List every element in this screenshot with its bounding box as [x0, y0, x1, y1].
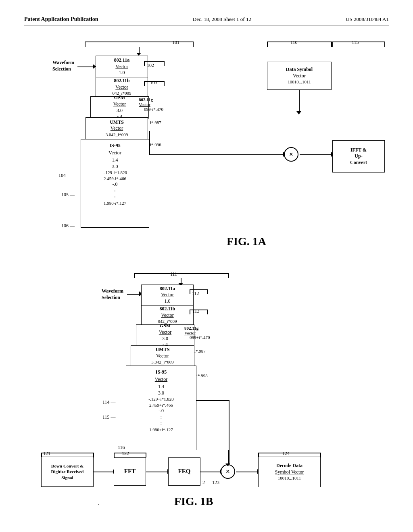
ref-116: 116 —: [118, 445, 131, 451]
val-i987-1b: i*.987: [194, 349, 206, 353]
ref-103: 103: [150, 80, 157, 86]
ref-104-label: 104 —: [58, 172, 72, 179]
header-publication: Patent Application Publication: [24, 16, 98, 23]
ref-121: 121: [43, 451, 50, 457]
figure-1a: 101 WaveformSelection 802.11a Vector 1.0…: [25, 37, 388, 259]
box-802-11a-1a: 802.11a Vector 1.0: [96, 56, 148, 78]
box-is95-1b: IS-95 Vector 1.4 3.0 -.129+i*1.820 2.459…: [126, 366, 196, 450]
ref-115: 115: [352, 39, 359, 46]
ref-113: 113: [192, 308, 200, 314]
dot-decoration: ·: [98, 501, 99, 508]
label-802-11g-b: 802.11g: [184, 326, 198, 330]
ref-111: 111: [170, 271, 177, 277]
box-umts-1a: UMTS Vector 3.042_i*009: [86, 117, 148, 139]
ref-110: 110: [290, 39, 298, 46]
ref-105-label: 105 —: [61, 192, 75, 198]
box-fft: FFT: [114, 457, 146, 486]
waveform-selection-1b: WaveformSelection: [102, 288, 123, 301]
header-patent-number: US 2008/310484 A1: [346, 16, 389, 23]
figure-1b: 111 WaveformSelection 802.11a Vector 1.0…: [25, 271, 388, 481]
label-802-11g-vec: Vector: [139, 102, 150, 107]
box-ifft-1a: IFFT & Up- Convert: [332, 140, 385, 172]
ref-122: 122: [122, 451, 129, 457]
box-802-11b-1a: 802.11b Vector 042_i*009: [96, 77, 148, 97]
page-header: Patent Application Publication Dec. 18, …: [24, 16, 389, 25]
box-802-11a-1b: 802.11a Vector 1.0: [141, 285, 194, 305]
fig-1a-label: FIG. 1A: [227, 235, 266, 248]
ref-115b: 115 —: [102, 414, 116, 420]
box-umts-1b: UMTS Vector 3.042_i*009: [131, 345, 194, 366]
val-umts-099: 099-i*.470: [144, 107, 163, 112]
val-umts-099-b: 099+i*.470: [190, 335, 210, 340]
ref-106-label: 106 —: [61, 223, 75, 229]
ref-114: 114 —: [102, 399, 116, 405]
val-i998-1a: i*.998: [150, 142, 161, 147]
box-feq: FEQ: [168, 457, 200, 486]
ref-123: 2 — 123: [202, 480, 219, 486]
label-802-11g: 802.11g: [139, 97, 153, 102]
circle-x-1b: ×: [221, 464, 235, 479]
ref-101: 101: [172, 39, 179, 46]
box-decode: Decode Data Symbol Vector 10010...1011: [258, 457, 321, 487]
page: Patent Application Publication Dec. 18, …: [0, 0, 413, 532]
val-i987-1a: i*.987: [150, 120, 161, 125]
fig-1b-label: FIG. 1B: [174, 495, 213, 508]
ref-124: 124: [282, 451, 290, 457]
ref-112: 112: [192, 291, 199, 297]
box-down-convert: Down Convert & Digitize Received Signal: [41, 457, 94, 487]
box-is95-1a: IS-95 Vector 1.4 3.0 -.129-i*1.820 2.459…: [81, 139, 149, 228]
waveform-selection-1a: WaveformSelection: [52, 60, 74, 72]
header-date-sheet: Dec. 18, 2008 Sheet 1 of 12: [193, 16, 251, 23]
ref-102: 102: [147, 62, 154, 69]
box-data-symbol-1a: Data Symbol Vector 10010...1011: [267, 62, 332, 90]
val-i998-1b: i*.998: [196, 373, 208, 378]
circle-x-1a: ×: [284, 147, 298, 162]
box-802-11b-1b: 802.11b Vector 042_i*009: [141, 305, 194, 325]
